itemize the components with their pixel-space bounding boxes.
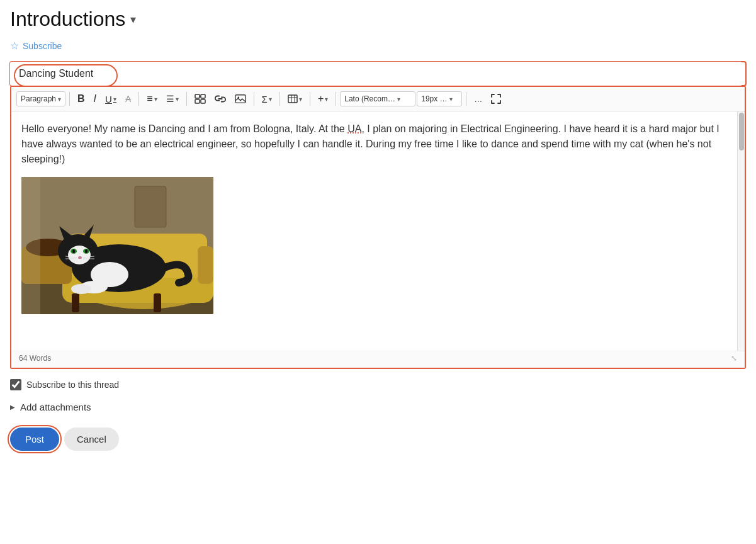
toolbar-divider-3 (186, 92, 187, 106)
underline-chevron: ▾ (113, 96, 116, 103)
toolbar-divider-1 (69, 92, 70, 106)
formula-chevron: ▾ (269, 96, 272, 103)
subscribe-star-icon[interactable]: ☆ (10, 40, 19, 52)
svg-point-32 (78, 256, 82, 259)
page-header: Introductions ▾ (10, 8, 746, 31)
link-button[interactable] (211, 91, 230, 106)
paragraph-dropdown[interactable]: Paragraph ▾ (16, 91, 65, 106)
underline-label: U (105, 94, 112, 105)
editor-scrollbar-thumb[interactable] (739, 113, 744, 150)
image-icon (235, 94, 246, 104)
subscribe-thread-row: Subscribe to this thread (10, 379, 746, 390)
font-label: Lato (Recom… (344, 94, 395, 103)
italic-button[interactable]: I (90, 91, 100, 107)
svg-point-25 (68, 246, 91, 264)
align-dropdown[interactable]: ≡ ▾ (143, 91, 161, 107)
title-input[interactable] (10, 62, 742, 86)
align-icon: ≡ (147, 93, 152, 105)
subscribe-thread-label: Subscribe to this thread (26, 380, 119, 390)
strikethrough-label: A (125, 94, 131, 104)
editor-text: Hello everyone! My name is Dancing and I… (21, 122, 735, 167)
list-chevron: ▾ (176, 96, 179, 103)
table-dropdown[interactable]: ▾ (284, 92, 306, 106)
underline-dropdown[interactable]: U ▾ (101, 91, 120, 107)
insert-icon: + (318, 93, 324, 105)
svg-rect-40 (135, 186, 166, 227)
align-chevron: ▾ (154, 96, 157, 103)
table-icon (288, 94, 298, 103)
insert-dropdown[interactable]: + ▾ (314, 91, 332, 107)
svg-rect-8 (288, 95, 297, 103)
toolbar-divider-6 (310, 92, 310, 106)
title-dropdown-icon[interactable]: ▾ (130, 13, 136, 26)
word-count-bar: 64 Words ⤡ (11, 351, 745, 368)
toolbar-divider-5 (279, 92, 280, 106)
strikethrough-button[interactable]: A (121, 91, 135, 106)
toolbar-divider-8 (466, 92, 466, 106)
formula-icon: Σ (262, 94, 268, 105)
svg-rect-3 (201, 99, 205, 103)
link-icon (215, 94, 226, 104)
word-count-label: 64 Words (19, 354, 51, 363)
cancel-button[interactable]: Cancel (64, 428, 119, 451)
svg-rect-17 (198, 246, 213, 284)
editor-wrapper: Paragraph ▾ B I U ▾ A ≡ ▾ ☰ ▾ (10, 86, 746, 369)
more-button[interactable]: … (470, 92, 486, 106)
subscribe-thread-checkbox[interactable] (10, 379, 21, 390)
attachments-label: Add attachments (20, 402, 91, 412)
paragraph-label: Paragraph (21, 94, 56, 103)
size-dropdown[interactable]: 19px … ▾ (417, 91, 462, 106)
bold-button[interactable]: B (74, 91, 89, 107)
svg-point-30 (72, 249, 75, 253)
buttons-row: Post Cancel (10, 428, 746, 451)
page-title: Introductions (10, 8, 125, 31)
title-input-wrapper (10, 62, 746, 86)
font-chevron: ▾ (397, 96, 400, 103)
attachments-row[interactable]: ▶ Add attachments (10, 402, 746, 412)
svg-rect-21 (154, 293, 161, 312)
editor-scrollbar[interactable] (737, 111, 745, 351)
fullscreen-button[interactable] (487, 91, 505, 106)
svg-point-38 (71, 284, 91, 294)
formula-dropdown[interactable]: Σ ▾ (258, 91, 276, 107)
svg-rect-1 (201, 94, 205, 98)
embed-icon (195, 94, 206, 104)
svg-point-31 (85, 249, 87, 253)
cat-image (21, 177, 213, 314)
toolbar: Paragraph ▾ B I U ▾ A ≡ ▾ ☰ ▾ (11, 87, 745, 111)
insert-chevron: ▾ (325, 96, 328, 103)
size-label: 19px … (421, 94, 447, 103)
table-chevron: ▾ (299, 96, 302, 103)
toolbar-divider-2 (138, 92, 139, 106)
toolbar-divider-4 (254, 92, 254, 106)
paragraph-chevron: ▾ (58, 96, 61, 103)
image-button[interactable] (231, 91, 250, 106)
svg-rect-39 (21, 177, 40, 314)
font-dropdown[interactable]: Lato (Recom… ▾ (340, 91, 415, 106)
svg-rect-0 (195, 94, 200, 98)
size-chevron: ▾ (449, 96, 453, 103)
attachments-arrow-icon: ▶ (10, 404, 15, 411)
subscribe-top-row: ☆ Subscribe (10, 40, 746, 52)
editor-body: Hello everyone! My name is Dancing and I… (11, 111, 745, 351)
ua-text: UA (347, 123, 361, 134)
list-icon: ☰ (166, 94, 174, 104)
subscribe-top-label[interactable]: Subscribe (23, 41, 62, 51)
editor-content-area[interactable]: Hello everyone! My name is Dancing and I… (11, 111, 745, 351)
list-dropdown[interactable]: ☰ ▾ (162, 91, 183, 106)
svg-rect-2 (195, 99, 200, 103)
toolbar-divider-7 (336, 92, 336, 106)
embed-button[interactable] (191, 91, 210, 106)
fullscreen-icon (491, 94, 501, 104)
svg-rect-20 (72, 293, 79, 312)
post-button[interactable]: Post (10, 428, 59, 451)
resize-handle-icon[interactable]: ⤡ (731, 354, 737, 363)
